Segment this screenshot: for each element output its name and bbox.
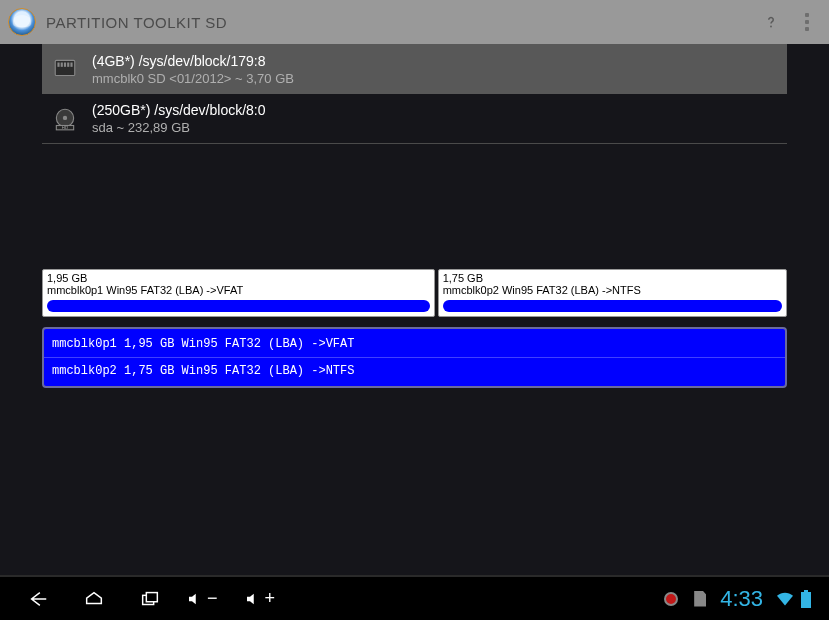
partition-row[interactable]: mmcblk0p1 1,95 GB Win95 FAT32 (LBA) ->VF… bbox=[44, 331, 785, 358]
battery-icon bbox=[801, 590, 811, 608]
partition-fill-bar bbox=[443, 300, 782, 312]
partition-size: 1,95 GB bbox=[47, 272, 430, 284]
device-title: (4GB*) /sys/dev/block/179:8 bbox=[92, 53, 294, 69]
partition-desc: mmcblk0p2 Win95 FAT32 (LBA) ->NTFS bbox=[443, 284, 782, 296]
device-subtitle: mmcblk0 SD <01/2012> ~ 3,70 GB bbox=[92, 71, 294, 86]
svg-rect-3 bbox=[61, 63, 63, 67]
home-icon bbox=[83, 588, 105, 610]
svg-point-8 bbox=[63, 115, 67, 119]
wifi-icon bbox=[775, 591, 795, 607]
device-title: (250GB*) /sys/dev/block/8:0 bbox=[92, 102, 266, 118]
svg-rect-4 bbox=[64, 63, 66, 67]
speaker-icon bbox=[244, 590, 262, 608]
partition-map: 1,95 GB mmcblk0p1 Win95 FAT32 (LBA) ->VF… bbox=[42, 269, 787, 317]
recent-apps-icon bbox=[139, 588, 161, 610]
navigation-bar: − + 4:33 bbox=[0, 575, 829, 620]
partition-size: 1,75 GB bbox=[443, 272, 782, 284]
partition-list: mmcblk0p1 1,95 GB Win95 FAT32 (LBA) ->VF… bbox=[42, 327, 787, 388]
app-title: PARTITION TOOLKIT SD bbox=[46, 14, 753, 31]
device-subtitle: sda ~ 232,89 GB bbox=[92, 120, 266, 135]
svg-rect-6 bbox=[70, 63, 72, 67]
volume-down-button[interactable]: − bbox=[186, 588, 218, 609]
svg-rect-12 bbox=[146, 592, 157, 601]
partition-row[interactable]: mmcblk0p2 1,75 GB Win95 FAT32 (LBA) ->NT… bbox=[44, 358, 785, 384]
record-indicator-icon bbox=[664, 592, 678, 606]
svg-text:HD: HD bbox=[62, 125, 68, 130]
speaker-icon bbox=[186, 590, 204, 608]
partition-block[interactable]: 1,95 GB mmcblk0p1 Win95 FAT32 (LBA) ->VF… bbox=[42, 269, 435, 317]
svg-point-0 bbox=[770, 26, 772, 28]
help-button[interactable] bbox=[753, 4, 789, 40]
action-bar: PARTITION TOOLKIT SD bbox=[0, 0, 829, 44]
volume-up-button[interactable]: + bbox=[244, 588, 276, 609]
hard-disk-icon: HD bbox=[52, 106, 78, 132]
recent-apps-button[interactable] bbox=[130, 579, 170, 619]
status-clock[interactable]: 4:33 bbox=[720, 586, 765, 612]
svg-rect-2 bbox=[57, 63, 59, 67]
svg-rect-5 bbox=[67, 63, 69, 67]
sd-card-icon bbox=[52, 56, 78, 82]
back-icon bbox=[27, 588, 49, 610]
partition-block[interactable]: 1,75 GB mmcblk0p2 Win95 FAT32 (LBA) ->NT… bbox=[438, 269, 787, 317]
svg-rect-13 bbox=[801, 592, 811, 608]
overflow-menu-button[interactable] bbox=[793, 4, 821, 40]
device-list: (4GB*) /sys/dev/block/179:8 mmcblk0 SD <… bbox=[0, 44, 829, 144]
svg-rect-14 bbox=[804, 590, 808, 592]
help-icon bbox=[762, 13, 780, 31]
app-logo-icon bbox=[8, 8, 36, 36]
device-item[interactable]: (4GB*) /sys/dev/block/179:8 mmcblk0 SD <… bbox=[42, 44, 787, 94]
partition-fill-bar bbox=[47, 300, 430, 312]
home-button[interactable] bbox=[74, 579, 114, 619]
back-button[interactable] bbox=[18, 579, 58, 619]
sd-status-icon bbox=[694, 591, 706, 607]
device-item[interactable]: HD (250GB*) /sys/dev/block/8:0 sda ~ 232… bbox=[42, 94, 787, 144]
partition-desc: mmcblk0p1 Win95 FAT32 (LBA) ->VFAT bbox=[47, 284, 430, 296]
